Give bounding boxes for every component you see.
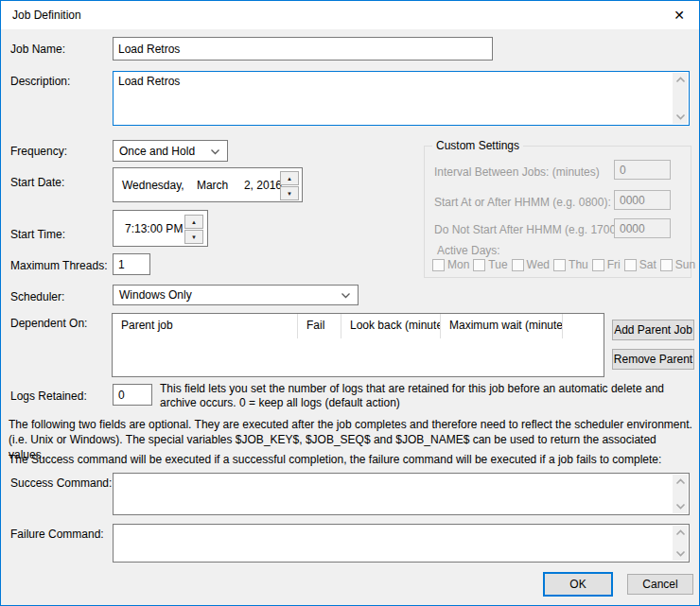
day-label: Sat	[639, 258, 656, 271]
interval-input	[614, 160, 671, 180]
start-time-spinner: ▲ ▼	[184, 215, 203, 244]
chevron-down-icon	[210, 148, 220, 155]
dependent-on-label: Dependent On:	[10, 317, 87, 330]
day-label: Wed	[527, 258, 550, 271]
frequency-label: Frequency:	[10, 145, 67, 158]
logs-retained-help: This field lets you set the number of lo…	[160, 382, 691, 410]
day-checkbox[interactable]	[592, 259, 604, 271]
column-header-parent-job[interactable]: Parent job	[113, 314, 298, 338]
close-icon[interactable]: ✕	[669, 6, 690, 25]
day-label: Sun	[675, 258, 695, 271]
success-command-label: Success Command:	[10, 476, 112, 490]
day-label: Mon	[447, 258, 469, 271]
logs-retained-label: Logs Retained:	[10, 390, 87, 403]
start-at-label: Start At or After HHMM (e.g. 0800):	[434, 196, 611, 209]
scroll-down-icon[interactable]	[675, 113, 686, 120]
frequency-dropdown[interactable]: Once and Hold	[113, 140, 228, 162]
start-at-input	[614, 190, 671, 210]
custom-settings-title: Custom Settings	[432, 139, 523, 152]
active-day-sat: Sat	[624, 258, 656, 271]
failure-command-textarea[interactable]	[113, 524, 690, 563]
day-label: Tue	[488, 258, 507, 271]
spin-down-icon[interactable]: ▼	[184, 230, 203, 244]
custom-settings-group: Custom Settings Interval Between Jobs: (…	[424, 146, 691, 278]
success-failure-note: The Success command will be executed if …	[9, 452, 695, 467]
day-checkbox[interactable]	[432, 259, 445, 271]
active-day-thu: Thu	[553, 258, 588, 271]
maximum-threads-label: Maximum Threads:	[10, 259, 107, 272]
active-day-mon: Mon	[432, 258, 469, 271]
start-date-label: Start Date:	[10, 176, 64, 189]
cancel-button[interactable]: Cancel	[627, 574, 693, 595]
dialog-title: Job Definition	[12, 9, 81, 22]
start-date-value: Wednesday, March 2, 2016	[122, 179, 282, 192]
active-days-label: Active Days:	[437, 244, 500, 257]
scroll-up-icon[interactable]	[675, 529, 686, 536]
column-header-look-back[interactable]: Look back (minutes)	[341, 314, 441, 338]
scroll-down-icon[interactable]	[675, 550, 686, 557]
scroll-up-icon[interactable]	[675, 478, 686, 485]
spin-up-icon[interactable]: ▲	[184, 215, 203, 229]
active-day-sun: Sun	[660, 258, 695, 271]
failure-command-scrollbar[interactable]	[673, 526, 688, 561]
active-day-wed: Wed	[512, 258, 550, 271]
no-start-after-label: Do Not Start After HHMM (e.g. 1700):	[434, 223, 622, 236]
maximum-threads-input[interactable]	[113, 253, 150, 275]
day-label: Thu	[569, 258, 588, 271]
description-label: Description:	[10, 75, 70, 88]
day-label: Fri	[607, 258, 621, 271]
chevron-down-icon	[341, 292, 351, 299]
day-checkbox[interactable]	[512, 259, 524, 271]
active-day-fri: Fri	[592, 258, 621, 271]
job-name-label: Job Name:	[10, 43, 65, 56]
scroll-up-icon[interactable]	[675, 77, 686, 83]
active-day-tue: Tue	[473, 258, 507, 271]
spin-down-icon[interactable]: ▼	[280, 186, 299, 200]
description-scrollbar[interactable]	[673, 73, 688, 124]
job-definition-dialog: Job Definition ✕ Job Name: Description: …	[0, 0, 700, 606]
scheduler-label: Scheduler:	[10, 290, 64, 303]
start-date-field[interactable]: Wednesday, March 2, 2016 ▲ ▼	[113, 167, 303, 202]
day-checkbox[interactable]	[473, 259, 485, 271]
remove-parent-button[interactable]: Remove Parent	[612, 349, 694, 370]
logs-retained-input[interactable]	[113, 384, 152, 406]
start-time-field[interactable]: 7:13:00 PM ▲ ▼	[113, 210, 208, 247]
success-command-textarea[interactable]	[113, 473, 690, 515]
spin-up-icon[interactable]: ▲	[280, 171, 299, 185]
success-command-scrollbar[interactable]	[673, 475, 688, 513]
frequency-value: Once and Hold	[119, 145, 195, 158]
start-time-value: 7:13:00 PM	[125, 222, 183, 235]
scheduler-value: Windows Only	[119, 288, 192, 302]
description-textarea[interactable]: Load Retros	[113, 71, 690, 126]
ok-button[interactable]: OK	[543, 572, 613, 597]
no-start-after-input	[614, 218, 671, 238]
scheduler-dropdown[interactable]: Windows Only	[113, 285, 359, 305]
add-parent-job-button[interactable]: Add Parent Job	[612, 320, 694, 340]
day-checkbox[interactable]	[660, 259, 673, 271]
column-header-fail[interactable]: Fail	[298, 314, 341, 338]
dependent-on-list[interactable]: Parent job Fail Look back (minutes) Maxi…	[112, 313, 604, 377]
active-days-row: MonTueWedThuFriSatSun	[432, 258, 699, 271]
start-date-spinner: ▲ ▼	[280, 171, 299, 200]
start-time-label: Start Time:	[10, 228, 65, 241]
job-name-input[interactable]	[113, 37, 493, 61]
column-header-maximum-wait[interactable]: Maximum wait (minutes)	[441, 314, 563, 338]
day-checkbox[interactable]	[624, 259, 637, 271]
list-header: Parent job Fail Look back (minutes) Maxi…	[113, 314, 604, 338]
day-checkbox[interactable]	[553, 259, 566, 271]
scroll-down-icon[interactable]	[675, 503, 686, 510]
failure-command-label: Failure Command:	[10, 528, 104, 541]
title-bar: Job Definition ✕	[1, 1, 699, 29]
description-text: Load Retros	[118, 75, 670, 88]
interval-label: Interval Between Jobs: (minutes)	[434, 165, 600, 179]
